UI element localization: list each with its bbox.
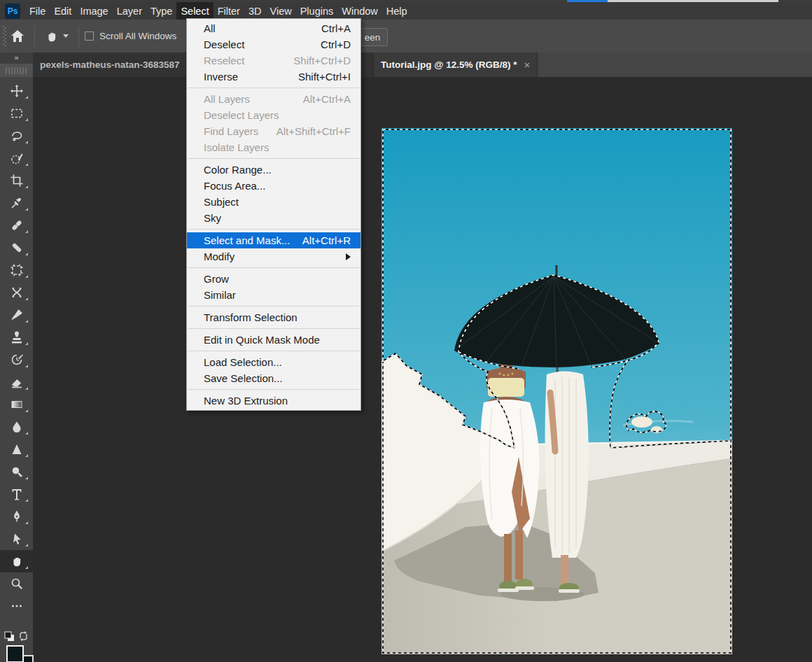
scroll-all-windows-checkbox[interactable] <box>85 31 94 41</box>
rectangular-marquee-tool[interactable] <box>0 102 33 125</box>
dodge-tool[interactable] <box>0 460 33 483</box>
close-icon[interactable]: × <box>524 59 530 71</box>
gradient-tool[interactable] <box>0 393 33 416</box>
menu-item-similar[interactable]: Similar <box>187 287 360 303</box>
menu-item-load-selection[interactable]: Load Selection... <box>187 354 360 370</box>
menu-image[interactable]: Image <box>76 2 112 20</box>
divider <box>78 26 79 47</box>
hand-tool-preset[interactable] <box>41 24 73 49</box>
menu-layer[interactable]: Layer <box>113 2 146 20</box>
menu-item-modify[interactable]: Modify <box>187 248 360 265</box>
object-selection-tool[interactable] <box>0 147 33 169</box>
menu-item-isolate-layers: Isolate Layers <box>187 139 360 155</box>
menu-edit[interactable]: Edit <box>50 2 76 20</box>
spot-healing-brush-tool[interactable] <box>0 214 33 237</box>
tools-panel <box>0 77 33 662</box>
document-tab-bar: » pexels-matheus-natan-3683587 × Tutoria… <box>0 52 812 77</box>
menu-help[interactable]: Help <box>382 2 412 20</box>
sharpen-tool[interactable] <box>0 438 33 460</box>
menu-file[interactable]: File <box>25 2 50 20</box>
divider <box>34 26 35 47</box>
menu-separator <box>188 87 360 88</box>
crop-tool[interactable] <box>0 169 33 192</box>
menu-separator <box>188 158 360 159</box>
color-swatches <box>0 640 33 662</box>
menu-item-deselect[interactable]: DeselectCtrl+D <box>187 36 360 52</box>
menu-separator <box>188 306 360 307</box>
frame-tool[interactable] <box>0 259 33 281</box>
menu-item-sky[interactable]: Sky <box>187 210 360 226</box>
ellipsis-more-tools[interactable] <box>0 595 33 617</box>
foreground-color-swatch[interactable] <box>6 645 24 662</box>
select-dropdown-menu: AllCtrl+A DeselectCtrl+D ReselectShift+C… <box>186 18 361 411</box>
path-selection-tool[interactable] <box>0 528 33 550</box>
lasso-tool[interactable] <box>0 125 33 147</box>
pen-tool[interactable] <box>0 505 33 528</box>
menu-item-transform-selection[interactable]: Transform Selection <box>187 309 360 325</box>
photoshop-logo: Ps <box>5 3 20 19</box>
history-brush-tool[interactable] <box>0 348 33 371</box>
document-image[interactable] <box>382 128 732 654</box>
menu-item-reselect: ReselectShift+Ctrl+D <box>187 52 360 69</box>
menu-item-new-3d-extrusion[interactable]: New 3D Extrusion <box>187 393 360 409</box>
healing-brush-tool[interactable] <box>0 237 33 259</box>
tab-title: Tutorial.jpg @ 12.5% (RGB/8) * <box>381 59 517 70</box>
menu-item-color-range[interactable]: Color Range... <box>187 162 360 178</box>
menu-item-subject[interactable]: Subject <box>187 194 360 210</box>
menu-item-all[interactable]: AllCtrl+A <box>187 20 360 36</box>
menu-item-select-and-mask[interactable]: Select and Mask...Alt+Ctrl+R <box>187 232 360 248</box>
menu-item-inverse[interactable]: InverseShift+Ctrl+I <box>187 69 360 85</box>
menu-window[interactable]: Window <box>337 2 382 20</box>
menu-separator <box>188 351 360 351</box>
submenu-arrow-icon <box>346 253 351 260</box>
photoshop-window: Ps File Edit Image Layer Type Select Fil… <box>0 0 812 662</box>
tool-options-bar: Scroll All Windows een <box>0 20 812 52</box>
chevron-down-icon <box>63 34 69 38</box>
move-tool[interactable] <box>0 80 33 102</box>
toolbar-header: » <box>0 52 33 77</box>
hand-icon <box>45 29 59 43</box>
menu-3d[interactable]: 3D <box>244 2 266 20</box>
type-tool[interactable] <box>0 483 33 505</box>
blur-tool[interactable] <box>0 416 33 438</box>
menu-item-find-layers: Find LayersAlt+Shift+Ctrl+F <box>187 123 360 139</box>
menu-type[interactable]: Type <box>146 2 176 20</box>
menu-separator <box>188 229 360 230</box>
toolbar-collapse-chevrons[interactable]: » <box>0 52 33 64</box>
menu-item-grow[interactable]: Grow <box>187 271 360 287</box>
tab-tutorial-jpg[interactable]: Tutorial.jpg @ 12.5% (RGB/8) * × <box>374 52 538 77</box>
eraser-tool[interactable] <box>0 371 33 393</box>
eyedropper-tool[interactable] <box>0 192 33 214</box>
scroll-all-windows-option[interactable]: Scroll All Windows <box>85 31 176 41</box>
menu-separator <box>188 267 360 268</box>
brush-tool[interactable] <box>0 304 33 326</box>
menu-item-edit-in-quick-mask-mode[interactable]: Edit in Quick Mask Mode <box>187 332 360 348</box>
scroll-all-windows-label: Scroll All Windows <box>99 31 176 41</box>
menu-select[interactable]: Select <box>176 2 213 20</box>
home-icon <box>10 29 24 43</box>
fit-screen-button-partial[interactable]: een <box>357 28 388 46</box>
menu-separator <box>188 389 360 390</box>
menu-item-save-selection[interactable]: Save Selection... <box>187 370 360 386</box>
content-aware-move-tool[interactable] <box>0 281 33 304</box>
zoom-tool[interactable] <box>0 572 33 595</box>
menu-item-deselect-layers: Deselect Layers <box>187 107 360 123</box>
menu-separator <box>188 328 360 329</box>
hand-tool[interactable] <box>0 550 33 572</box>
canvas-area[interactable] <box>33 77 812 662</box>
menu-plugins[interactable]: Plugins <box>296 2 338 20</box>
toolbar-grip[interactable] <box>0 64 33 77</box>
menu-bar: Ps File Edit Image Layer Type Select Fil… <box>0 2 812 20</box>
menu-filter[interactable]: Filter <box>214 2 244 20</box>
clone-stamp-tool[interactable] <box>0 326 33 348</box>
menu-view[interactable]: View <box>266 2 296 20</box>
menu-item-all-layers: All LayersAlt+Ctrl+A <box>187 91 360 107</box>
menu-item-focus-area[interactable]: Focus Area... <box>187 178 360 194</box>
home-button[interactable] <box>6 24 29 49</box>
